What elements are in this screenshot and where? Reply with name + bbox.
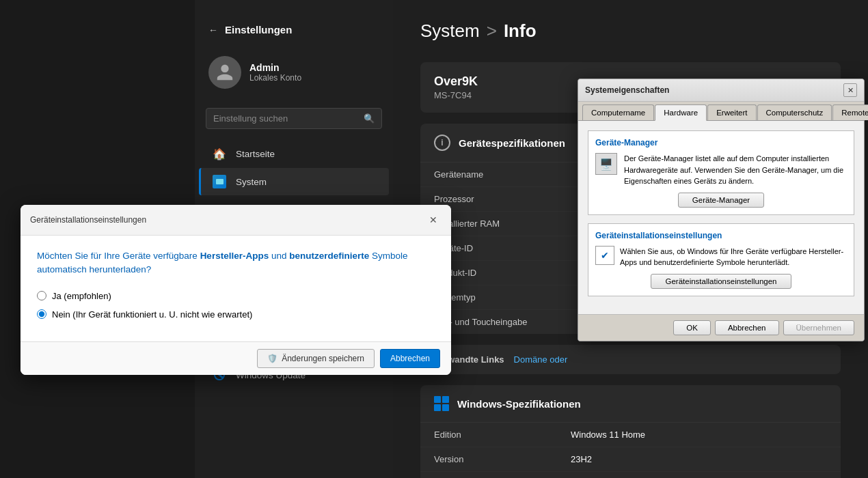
sidebar-item-system-label: System	[236, 177, 267, 187]
system-icon	[213, 175, 226, 188]
sysprop-dialog: Systemeigenschaften ✕ Computername Hardw…	[578, 79, 865, 341]
shield-save-icon: 🛡️	[267, 354, 277, 363]
sysprop-titlebar: Systemeigenschaften ✕	[578, 79, 864, 102]
tab-erweitert[interactable]: Erweitert	[707, 104, 756, 120]
install-settings-row: ✔ Wählen Sie aus, ob Windows für Ihre Ge…	[595, 246, 847, 268]
user-name: Admin	[249, 62, 301, 73]
user-account-type: Lokales Konto	[249, 73, 301, 83]
install-settings-title: Geräteinstallationseinstellungen	[595, 231, 847, 240]
win-spec-row-version: Version 23H2	[420, 447, 841, 472]
modal-titlebar: Geräteinstallationseinstellungen ✕	[21, 205, 451, 236]
install-settings-description: Wählen Sie aus, ob Windows für Ihre Gerä…	[620, 246, 847, 268]
install-settings-checkbox: ✔	[595, 246, 614, 265]
sysprop-close-button[interactable]: ✕	[843, 83, 857, 97]
back-arrow[interactable]: ←	[208, 25, 218, 36]
win-spec-row-installed: Installiert am 19.07.2024	[420, 472, 841, 478]
sysprop-apply-button[interactable]: Übernehmen	[783, 320, 854, 335]
sidebar-item-home[interactable]: 🏠 Startseite	[199, 140, 389, 167]
geraete-manager-icon: 🖥️	[595, 153, 617, 175]
install-settings-modal: Geräteinstallationseinstellungen ✕ Möcht…	[21, 205, 451, 375]
install-settings-section: Geräteinstallationseinstellungen ✔ Wähle…	[588, 223, 854, 296]
sidebar-title: Einstellungen	[225, 24, 292, 36]
radio-no-label: Nein (Ihr Gerät funktioniert u. U. nicht…	[52, 309, 252, 320]
tab-hardware[interactable]: Hardware	[655, 104, 707, 121]
sysprop-ok-button[interactable]: OK	[673, 320, 711, 335]
search-icon: 🔍	[364, 113, 375, 124]
windows-specs-section: Windows-Spezifikationen Edition Windows …	[420, 385, 841, 478]
win-spec-row-edition: Edition Windows 11 Home	[420, 423, 841, 447]
geraete-manager-section: Geräte-Manager 🖥️ Der Geräte-Manager lis…	[588, 130, 854, 215]
tab-computerschutz[interactable]: Computerschutz	[757, 104, 832, 120]
cancel-label: Abbrechen	[390, 354, 430, 363]
modal-question: Möchten Sie für Ihre Geräte verfügbare H…	[37, 249, 435, 277]
win-spec-value-0: Windows 11 Home	[571, 430, 827, 440]
sysprop-cancel-button[interactable]: Abbrechen	[715, 320, 779, 335]
tab-remote[interactable]: Remote	[832, 104, 868, 120]
spec-label-3: Geräte-ID	[434, 243, 571, 253]
breadcrumb-parent: System	[420, 20, 480, 42]
breadcrumb-current: Info	[504, 20, 537, 42]
radio-yes-label: Ja (empfohlen)	[52, 291, 111, 301]
windows-logo	[434, 396, 449, 411]
radio-option-yes[interactable]: Ja (empfohlen)	[37, 291, 435, 301]
modal-body: Möchten Sie für Ihre Geräte verfügbare H…	[21, 236, 451, 341]
related-link-domain[interactable]: Domäne oder	[514, 354, 568, 365]
related-links: Verwandte Links Domäne oder	[420, 345, 841, 374]
windows-specs-header: Windows-Spezifikationen	[420, 385, 841, 423]
cancel-button[interactable]: Abbrechen	[380, 349, 440, 368]
radio-option-no[interactable]: Nein (Ihr Gerät funktioniert u. U. nicht…	[37, 309, 435, 320]
device-specs-heading: Gerätespezifikationen	[459, 137, 565, 149]
modal-footer: 🛡️ Änderungen speichern Abbrechen	[21, 341, 451, 375]
breadcrumb: System > Info	[420, 20, 841, 42]
geraete-manager-description: Der Geräte-Manager listet alle auf dem C…	[624, 153, 847, 187]
spec-label-5: Systemtyp	[434, 292, 571, 303]
sidebar-item-home-label: Startseite	[236, 149, 275, 159]
info-icon: i	[434, 135, 450, 151]
geraete-manager-button[interactable]: Geräte-Manager	[678, 193, 764, 208]
breadcrumb-separator: >	[487, 20, 497, 42]
sysprop-footer: OK Abbrechen Übernehmen	[578, 314, 864, 341]
sysprop-tabs: Computername Hardware Erweitert Computer…	[578, 102, 864, 121]
sysprop-title: Systemeigenschaften	[585, 85, 669, 95]
spec-label-0: Gerätename	[434, 169, 571, 180]
windows-specs-heading: Windows-Spezifikationen	[457, 398, 581, 410]
geraete-manager-content: 🖥️ Der Geräte-Manager listet alle auf de…	[595, 153, 847, 187]
modal-title: Geräteinstallationseinstellungen	[30, 215, 146, 225]
spec-label-4: Produkt-ID	[434, 268, 571, 278]
radio-no[interactable]	[37, 309, 46, 319]
sysprop-body: Geräte-Manager 🖥️ Der Geräte-Manager lis…	[578, 121, 864, 314]
sidebar-item-system[interactable]: System	[199, 168, 389, 195]
spec-label-1: Prozessor	[434, 194, 571, 204]
save-label: Änderungen speichern	[282, 354, 364, 363]
search-input[interactable]	[213, 113, 358, 124]
radio-yes[interactable]	[37, 291, 46, 300]
search-box[interactable]: 🔍	[206, 108, 382, 129]
spec-label-2: Installierter RAM	[434, 219, 571, 229]
install-settings-button[interactable]: Geräteinstallationseinstellungen	[651, 274, 791, 289]
home-icon: 🏠	[213, 147, 226, 160]
win-spec-label-1: Version	[434, 454, 571, 464]
geraete-manager-title: Geräte-Manager	[595, 138, 847, 147]
modal-close-button[interactable]: ✕	[425, 212, 442, 228]
user-section[interactable]: Admin Lokales Konto	[195, 49, 393, 102]
avatar	[208, 56, 241, 89]
win-spec-value-1: 23H2	[571, 454, 827, 464]
save-button[interactable]: 🛡️ Änderungen speichern	[257, 349, 375, 368]
spec-label-6: Stift- und Toucheingabe	[434, 317, 571, 327]
win-spec-label-0: Edition	[434, 430, 571, 440]
user-info: Admin Lokales Konto	[249, 62, 301, 83]
tab-computername[interactable]: Computername	[582, 104, 654, 120]
